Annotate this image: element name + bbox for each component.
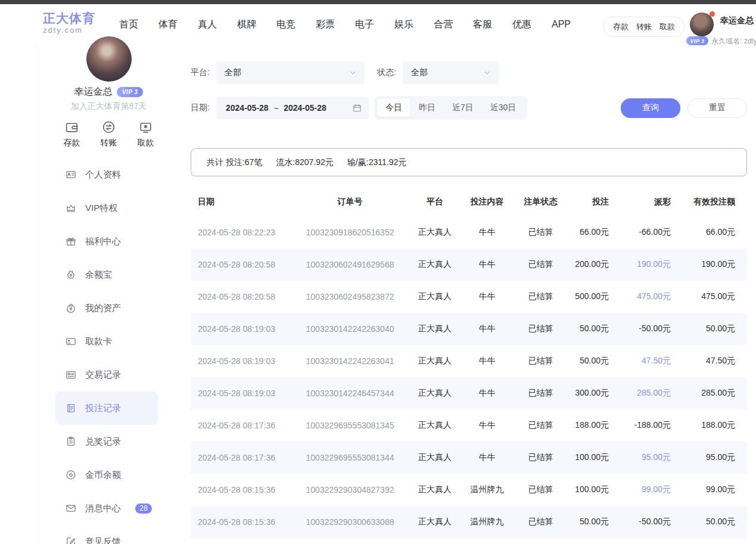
sidebar-item[interactable]: 意见反馈 (55, 525, 158, 544)
sidebar-item[interactable]: 兑奖记录 (55, 425, 158, 458)
nav-item[interactable]: 首页 (119, 18, 138, 31)
notification-dot (710, 11, 715, 17)
cell-bet-amount: 300.00元 (566, 388, 614, 399)
reset-button[interactable]: 重置 (687, 98, 747, 118)
col-platform: 平台 (411, 197, 459, 207)
cell-valid-bet: 50.00元 (673, 517, 747, 527)
cell-status: 已结算 (515, 420, 566, 431)
sidebar-item[interactable]: 交易记录 (55, 358, 158, 391)
vip-badge: VIP 3 (117, 87, 144, 97)
status-select[interactable]: 全部 (403, 61, 499, 84)
sidebar-item[interactable]: 金币余额 (55, 458, 158, 492)
platform-select[interactable]: 全部 (216, 61, 365, 84)
cell-platform: 正大真人 (411, 324, 459, 334)
join-days-text: 加入正大体育第87天 (38, 101, 180, 112)
date-quick-range[interactable]: 今日 (377, 99, 410, 117)
cell-bet-content: 牛牛 (459, 227, 515, 238)
cell-payout: 99.00元 (614, 484, 673, 495)
sidebar-item[interactable]: 福利中心 (55, 225, 158, 258)
date-range-picker[interactable]: 2024-05-28 ~ 2024-05-28 (216, 97, 369, 119)
cell-status: 已结算 (515, 484, 566, 495)
cell-date: 2024-05-28 08:22:23 (191, 228, 289, 237)
date-quick-range[interactable]: 昨日 (410, 99, 444, 117)
nav-item[interactable]: 电竞 (276, 18, 295, 31)
table-row: 2024-05-28 08:17:36 1003229695553081345 … (191, 409, 747, 442)
wallet-action[interactable]: 存款 (613, 21, 629, 32)
sidebar-item[interactable]: 余额宝 (55, 258, 158, 291)
cell-valid-bet: 188.00元 (673, 420, 747, 431)
cell-bet-content: 温州牌九 (459, 517, 515, 527)
date-quick-range[interactable]: 近30日 (482, 99, 525, 117)
cell-date: 2024-05-28 08:15:36 (191, 517, 289, 527)
cell-date: 2024-05-28 08:20:58 (191, 260, 289, 269)
table-row: 2024-05-28 08:20:58 1003230602491629568 … (191, 248, 747, 281)
sidebar-item[interactable]: 个人资料 (55, 158, 158, 191)
platform-select-value: 全部 (225, 67, 241, 78)
cell-platform: 正大真人 (411, 291, 459, 302)
cell-valid-bet: 66.00元 (673, 227, 747, 238)
search-button[interactable]: 查询 (621, 98, 680, 118)
cell-date: 2024-05-28 08:19:03 (191, 388, 289, 398)
brand-logo[interactable]: ZD 正大体育 zdty.com (11, 11, 95, 36)
wallet-action[interactable]: 取款 (659, 21, 675, 32)
quick-action[interactable]: 转账 (101, 120, 117, 148)
sidebar-item-icon (65, 469, 77, 481)
nav-item[interactable]: 体育 (158, 18, 178, 31)
cell-bet-content: 牛牛 (459, 420, 515, 431)
date-quick-ranges: 今日昨日近7日近30日 (374, 96, 527, 120)
status-select-value: 全部 (411, 67, 428, 78)
sidebar-item[interactable]: 投注记录 (55, 391, 158, 425)
brand-logo-icon: ZD (11, 11, 38, 36)
cell-payout: 285.00元 (614, 388, 673, 399)
cell-order-number: 1003230142242263040 (289, 324, 411, 334)
cell-platform: 正大真人 (411, 420, 459, 431)
table-row: 2024-05-28 08:19:03 1003230142242263040 … (191, 313, 747, 345)
sidebar-item-icon (65, 235, 77, 247)
col-payout: 派彩 (614, 197, 673, 207)
table-row: 2024-05-28 08:15:36 1003229290300633088 … (191, 506, 747, 538)
header-user[interactable]: VIP 3 幸运金总总 永久域名: zdty (686, 11, 756, 46)
sidebar-item-icon (65, 536, 77, 544)
nav-item[interactable]: 合营 (434, 18, 453, 31)
platform-label: 平台: (191, 67, 216, 78)
sidebar-item-icon (65, 169, 77, 181)
cell-bet-amount: 50.00元 (566, 517, 614, 527)
sidebar-item[interactable]: 取款卡 (55, 325, 158, 358)
date-separator: ~ (274, 104, 279, 113)
nav-item[interactable]: 真人 (198, 18, 217, 31)
cell-payout: -188.00元 (614, 420, 673, 431)
sidebar: 幸运金总 VIP 3 加入正大体育第87天 存款 转账 (37, 45, 180, 544)
avatar[interactable] (86, 36, 132, 82)
nav-item[interactable]: 娱乐 (394, 18, 413, 31)
nav-item[interactable]: 彩票 (316, 18, 335, 31)
brand-name: 正大体育 (43, 12, 95, 25)
quick-action-icon (101, 120, 116, 135)
nav-item[interactable]: 棋牌 (237, 18, 256, 31)
status-label: 状态: (377, 67, 403, 78)
quick-action[interactable]: 存款 (64, 120, 80, 148)
quick-action-label: 转账 (101, 138, 117, 148)
sidebar-item-label: 我的资产 (85, 303, 121, 314)
sidebar-item[interactable]: 消息中心 28 (55, 492, 158, 525)
sidebar-item[interactable]: 我的资产 (55, 291, 158, 325)
cell-platform: 正大真人 (411, 227, 459, 238)
wallet-action[interactable]: 转账 (636, 21, 652, 32)
cell-bet-amount: 200.00元 (566, 259, 614, 270)
summary-item: 共计 投注:67笔 (207, 157, 262, 168)
nav-item[interactable]: 客服 (473, 18, 492, 31)
sidebar-item-icon (65, 302, 77, 314)
cell-status: 已结算 (515, 452, 566, 463)
quick-actions: 存款 转账 取款 (38, 120, 180, 148)
date-quick-range[interactable]: 近7日 (444, 99, 482, 117)
sidebar-item[interactable]: VIP特权 (55, 191, 158, 225)
cell-order-number: 1003230602491629568 (289, 260, 411, 269)
cell-payout: -50.00元 (614, 517, 673, 527)
cell-order-number: 1003230602495823872 (289, 292, 411, 301)
nav-item[interactable]: 电子 (355, 18, 374, 31)
quick-action[interactable]: 取款 (138, 120, 154, 148)
nav-item[interactable]: APP (552, 19, 571, 30)
cell-order-number: 1003229695553081345 (289, 421, 411, 430)
cell-status: 已结算 (515, 259, 566, 270)
table-header: 日期 订单号 平台 投注内容 注单状态 投注 派彩 有效投注额 (191, 188, 747, 216)
nav-item[interactable]: 优惠 (512, 18, 531, 31)
